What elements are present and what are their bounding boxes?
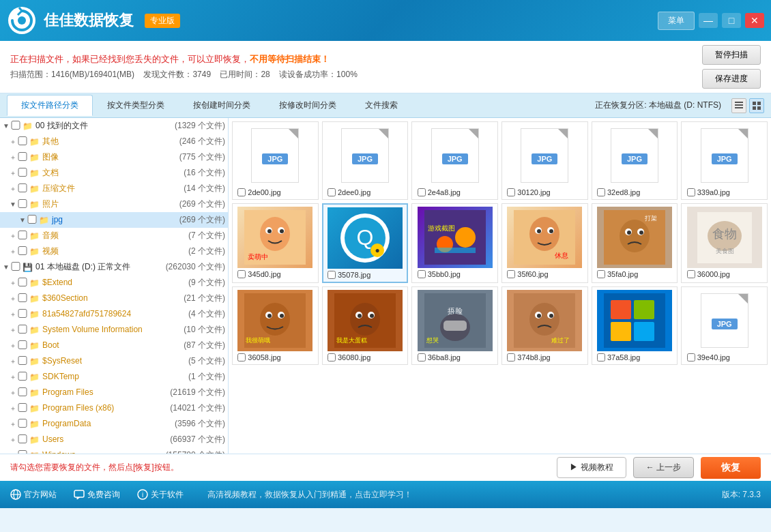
expand-icon[interactable]: ＋ [10, 419, 18, 429]
tree-checkbox[interactable] [18, 419, 27, 428]
expand-icon[interactable]: ＋ [10, 325, 18, 335]
tree-checkbox[interactable] [11, 121, 20, 130]
tree-node-programfiles86[interactable]: ＋ 📁 Program Files (x86) (14021 个文件) [0, 400, 228, 416]
official-website-link[interactable]: 官方网站 [10, 489, 57, 501]
tree-node-windows[interactable]: ＋ 📁 Windows (155700 个文件) [0, 447, 228, 454]
file-checkbox[interactable] [418, 353, 426, 361]
tree-node-found[interactable]: ▼ 📁 00 找到的文件 (1329 个文件) [0, 118, 228, 134]
tree-checkbox[interactable] [18, 309, 27, 318]
tree-node-disk01[interactable]: ▼ 💾 01 本地磁盘 (D:) 正常文件 (262030 个文件) [0, 259, 228, 275]
tree-checkbox[interactable] [18, 168, 27, 177]
expand-icon[interactable]: ＋ [10, 434, 18, 445]
tree-node-sysreset[interactable]: ＋ 📁 $SysReset (5 个文件) [0, 353, 228, 369]
tree-node-boot[interactable]: ＋ 📁 Boot (87 个文件) [0, 338, 228, 353]
video-tutorial-button[interactable]: ▶ 视频教程 [557, 457, 626, 478]
tree-checkbox[interactable] [18, 403, 27, 412]
tree-node-archives[interactable]: ＋ 📁 压缩文件 (14 个文件) [0, 181, 228, 196]
file-checkbox[interactable] [328, 271, 336, 279]
file-item[interactable]: JPG 2de00.jpg [232, 121, 319, 200]
consult-link[interactable]: 免费咨询 [74, 489, 120, 501]
file-item[interactable]: JPG 2e4a8.jpg [411, 121, 498, 200]
file-checkbox[interactable] [687, 188, 695, 196]
tree-node-audio[interactable]: ＋ 📁 音频 (7 个文件) [0, 228, 228, 243]
file-checkbox[interactable] [687, 270, 695, 278]
file-item[interactable]: 37a58.jpg [592, 286, 678, 365]
file-checkbox[interactable] [328, 353, 336, 361]
tab-create-time[interactable]: 按创建时间分类 [179, 95, 265, 116]
file-item[interactable]: 打架 35fa0.jpg [592, 203, 678, 283]
about-link[interactable]: i 关于软件 [137, 489, 184, 501]
expand-icon[interactable]: ＋ [10, 403, 18, 413]
file-checkbox[interactable] [418, 270, 426, 278]
minimize-button[interactable]: — [699, 13, 718, 28]
file-item[interactable]: 难过了 374b8.jpg [501, 286, 588, 365]
file-checkbox[interactable] [237, 270, 246, 278]
expand-icon[interactable]: ＋ [10, 340, 18, 351]
tree-node-other[interactable]: ＋ 📁 其他 (246 个文件) [0, 134, 228, 149]
grid-view-button[interactable] [749, 98, 764, 113]
file-tree[interactable]: ▼ 📁 00 找到的文件 (1329 个文件) ＋ 📁 其他 (246 个文件)… [0, 118, 229, 454]
prev-step-button[interactable]: ← 上一步 [633, 457, 694, 478]
file-item[interactable]: JPG 39e40.jpg [681, 286, 768, 365]
tree-checkbox[interactable] [18, 231, 27, 239]
tree-checkbox[interactable] [18, 199, 27, 208]
file-item[interactable]: 休息 35f60.jpg [501, 203, 588, 283]
expand-icon[interactable]: ＋ [10, 387, 18, 398]
file-checkbox[interactable] [597, 353, 605, 361]
file-checkbox[interactable] [507, 353, 515, 361]
file-grid-container[interactable]: JPG 2de00.jpg JPG 2dee0.jpg [229, 118, 771, 454]
file-checkbox[interactable] [507, 188, 515, 196]
tree-checkbox[interactable] [18, 183, 27, 192]
expand-icon[interactable]: ＋ [10, 278, 18, 288]
file-checkbox[interactable] [328, 188, 336, 196]
tab-search[interactable]: 文件搜索 [351, 95, 412, 116]
close-button[interactable]: ✕ [745, 13, 764, 28]
file-item[interactable]: 游戏截图 35bb0.jpg [411, 203, 498, 283]
tree-checkbox[interactable] [18, 246, 27, 255]
expand-icon[interactable]: ▼ [10, 199, 18, 209]
expand-icon[interactable]: ＋ [10, 136, 18, 147]
expand-icon[interactable]: ＋ [10, 450, 18, 454]
file-checkbox[interactable] [687, 353, 695, 361]
tree-checkbox[interactable] [18, 356, 27, 365]
file-item[interactable]: JPG 30120.jpg [501, 121, 588, 200]
expand-icon[interactable]: ＋ [10, 231, 18, 241]
tab-file-type[interactable]: 按文件类型分类 [93, 95, 179, 116]
file-item[interactable]: 卖萌中 345d0.jpg [232, 203, 319, 283]
file-checkbox[interactable] [597, 270, 605, 278]
tree-node-photos[interactable]: ▼ 📁 照片 (269 个文件) [0, 196, 228, 212]
expand-icon[interactable]: ＋ [10, 356, 18, 366]
tree-checkbox[interactable] [18, 450, 27, 454]
tree-node-jpg[interactable]: ▼ 📁 jpg (269 个文件) [0, 212, 228, 228]
expand-icon[interactable]: ▼ [3, 121, 11, 131]
file-item[interactable]: Q ● 35078.jpg [322, 203, 409, 283]
tree-node-docs[interactable]: ＋ 📁 文档 (16 个文件) [0, 165, 228, 181]
expand-icon[interactable]: ＋ [10, 246, 18, 256]
file-item[interactable]: JPG 2dee0.jpg [322, 121, 409, 200]
file-item[interactable]: JPG 32ed8.jpg [592, 121, 678, 200]
tree-checkbox[interactable] [18, 293, 27, 302]
file-checkbox[interactable] [507, 270, 515, 278]
file-item[interactable]: 捂脸 想哭 36ba8.jpg [411, 286, 498, 365]
file-checkbox[interactable] [237, 353, 246, 361]
tree-checkbox[interactable] [18, 387, 27, 396]
tree-node-programdata[interactable]: ＋ 📁 ProgramData (3596 个文件) [0, 416, 228, 432]
maximize-button[interactable]: □ [722, 13, 741, 28]
tree-node-360section[interactable]: ＋ 📁 $360Section (21 个文件) [0, 291, 228, 306]
tree-checkbox[interactable] [18, 434, 27, 443]
tree-checkbox[interactable] [11, 262, 20, 271]
tree-checkbox[interactable] [18, 278, 27, 286]
tree-node-sdktemp[interactable]: ＋ 📁 SDKTemp (1 个文件) [0, 369, 228, 385]
tree-node-images[interactable]: ＋ 📁 图像 (775 个文件) [0, 149, 228, 165]
tab-modify-time[interactable]: 按修改时间分类 [265, 95, 351, 116]
file-checkbox[interactable] [418, 188, 426, 196]
tree-node-users[interactable]: ＋ 📁 Users (66937 个文件) [0, 432, 228, 447]
expand-icon[interactable]: ＋ [10, 168, 18, 178]
tree-node-extend[interactable]: ＋ 📁 $Extend (9 个文件) [0, 275, 228, 291]
tree-checkbox[interactable] [18, 340, 27, 349]
tree-checkbox[interactable] [18, 325, 27, 334]
tree-node-sysvolinfo[interactable]: ＋ 📁 System Volume Information (10 个文件) [0, 322, 228, 338]
expand-icon[interactable]: ＋ [10, 293, 18, 304]
save-progress-button[interactable]: 保存进度 [702, 69, 761, 89]
list-view-button[interactable] [731, 98, 746, 113]
